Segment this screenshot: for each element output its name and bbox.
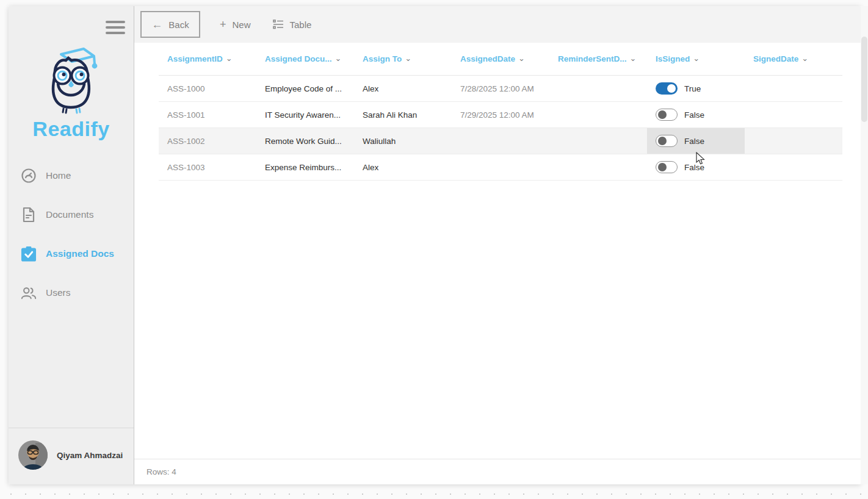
table-body: ASS-1000 Employee Code of ... Alex 7/28/… <box>159 76 842 181</box>
sidebar-item-home[interactable]: Home <box>9 162 134 190</box>
chevron-down-icon[interactable]: ⌄ <box>801 54 808 63</box>
table-row[interactable]: ASS-1000 Employee Code of ... Alex 7/28/… <box>159 76 842 102</box>
cell-assigned-date[interactable] <box>452 154 549 180</box>
chevron-down-icon[interactable]: ⌄ <box>693 54 700 63</box>
user-name: Qiyam Ahmadzai <box>57 451 123 460</box>
sidebar-item-label: Home <box>46 170 71 181</box>
cell-assigned-date[interactable]: 7/28/2025 12:00 AM <box>452 76 549 101</box>
cell-signed-date[interactable] <box>745 102 834 127</box>
owl-logo-icon <box>32 44 111 116</box>
cell-assigned-date[interactable] <box>452 128 549 154</box>
table-button[interactable]: Table <box>270 16 314 34</box>
is-signed-label: True <box>684 84 701 93</box>
clipboard-check-icon <box>21 246 37 262</box>
new-button[interactable]: + New <box>217 15 253 34</box>
toggle-knob <box>667 84 676 93</box>
cell-reminder-sent-date[interactable] <box>549 154 647 180</box>
sidebar-nav: Home Documents <box>9 162 134 318</box>
sidebar-item-assigned-docs[interactable]: Assigned Docs <box>9 240 134 268</box>
cell-is-signed[interactable]: True <box>647 76 745 101</box>
cell-assigned-document[interactable]: IT Security Awaren... <box>256 102 354 127</box>
table-button-label: Table <box>290 20 312 30</box>
app-logo: Readify <box>9 44 134 141</box>
is-signed-label: False <box>684 137 704 146</box>
sidebar: Readify Home <box>9 6 134 484</box>
new-button-label: New <box>233 20 251 30</box>
chevron-down-icon[interactable]: ⌄ <box>226 54 233 63</box>
user-profile[interactable]: Qiyam Ahmadzai <box>9 428 134 484</box>
gauge-icon <box>21 168 37 184</box>
is-signed-toggle[interactable] <box>656 135 678 147</box>
cell-assignment-id[interactable]: ASS-1001 <box>159 102 256 127</box>
is-signed-label: False <box>684 163 704 172</box>
cell-assign-to[interactable]: Alex <box>354 76 452 101</box>
back-button[interactable]: ← Back <box>140 11 200 38</box>
chevron-down-icon[interactable]: ⌄ <box>405 54 411 63</box>
sidebar-item-label: Users <box>46 287 70 298</box>
list-icon <box>273 20 284 29</box>
cell-reminder-sent-date[interactable] <box>549 102 647 127</box>
column-header-assigneddate[interactable]: AssignedDate⌄ <box>452 54 549 63</box>
cell-assigned-document[interactable]: Employee Code of ... <box>256 76 354 101</box>
sidebar-item-label: Assigned Docs <box>46 248 114 259</box>
app-window: Readify Home <box>9 6 861 484</box>
is-signed-toggle[interactable] <box>656 82 678 95</box>
scrollbar-thumb[interactable] <box>861 37 867 122</box>
is-signed-toggle[interactable] <box>656 161 678 173</box>
document-icon <box>21 207 37 223</box>
table-row[interactable]: ASS-1001 IT Security Awaren... Sarah Ali… <box>159 102 842 128</box>
sidebar-item-label: Documents <box>46 209 93 220</box>
users-icon <box>21 285 37 301</box>
cell-is-signed[interactable]: False <box>647 154 745 180</box>
chevron-down-icon[interactable]: ⌄ <box>630 54 637 63</box>
hamburger-menu-icon[interactable] <box>106 20 125 35</box>
is-signed-toggle[interactable] <box>656 109 678 121</box>
cell-assigned-date[interactable]: 7/29/2025 12:00 AM <box>452 102 549 127</box>
table-row[interactable]: ASS-1003 Expense Reimburs... Alex False <box>159 154 842 181</box>
arrow-left-icon: ← <box>151 19 162 30</box>
table-header-row: AssignmentID⌄ Assigned Docu...⌄ Assign T… <box>159 43 842 76</box>
data-table: AssignmentID⌄ Assigned Docu...⌄ Assign T… <box>134 43 861 459</box>
cell-assign-to[interactable]: Sarah Ali Khan <box>354 102 452 127</box>
cell-signed-date[interactable] <box>745 154 834 180</box>
cell-signed-date[interactable] <box>745 76 834 101</box>
cell-is-signed[interactable]: False <box>647 128 745 154</box>
plus-icon: + <box>220 19 226 30</box>
cell-assignment-id[interactable]: ASS-1000 <box>159 76 256 101</box>
table-footer: Rows: 4 <box>134 459 861 484</box>
cell-assigned-document[interactable]: Remote Work Guid... <box>256 128 354 154</box>
sidebar-item-documents[interactable]: Documents <box>9 201 134 229</box>
column-header-assigned-document[interactable]: Assigned Docu...⌄ <box>256 54 354 63</box>
column-header-signeddate[interactable]: SignedDate⌄ <box>745 54 834 63</box>
avatar <box>18 440 48 470</box>
is-signed-label: False <box>684 110 704 120</box>
column-header-assign-to[interactable]: Assign To⌄ <box>354 54 452 63</box>
cell-reminder-sent-date[interactable] <box>549 128 647 154</box>
toggle-knob <box>658 163 667 171</box>
cell-assign-to[interactable]: Waliullah <box>354 128 452 154</box>
back-button-label: Back <box>168 20 189 30</box>
sidebar-item-users[interactable]: Users <box>9 279 134 307</box>
rows-count: Rows: 4 <box>146 467 176 476</box>
main-content: ← Back + New Table <box>134 6 861 484</box>
vertical-scrollbar[interactable] <box>861 6 868 484</box>
toggle-knob <box>658 110 667 119</box>
cell-assignment-id[interactable]: ASS-1003 <box>159 154 256 180</box>
cell-reminder-sent-date[interactable] <box>549 76 647 101</box>
column-header-assignmentid[interactable]: AssignmentID⌄ <box>159 54 256 63</box>
cell-assigned-document[interactable]: Expense Reimburs... <box>256 154 354 180</box>
chevron-down-icon[interactable]: ⌄ <box>335 54 342 63</box>
toggle-knob <box>658 137 667 145</box>
column-header-remindersentdate[interactable]: ReminderSentD...⌄ <box>549 54 647 63</box>
cell-signed-date[interactable] <box>745 128 834 154</box>
toolbar: ← Back + New Table <box>134 6 861 43</box>
logo-text: Readify <box>9 117 134 141</box>
cell-assign-to[interactable]: Alex <box>354 154 452 180</box>
cell-assignment-id[interactable]: ASS-1002 <box>159 128 256 154</box>
chevron-down-icon[interactable]: ⌄ <box>518 54 525 63</box>
cell-is-signed[interactable]: False <box>647 102 745 127</box>
column-header-issigned[interactable]: IsSigned⌄ <box>647 54 745 63</box>
table-row[interactable]: ASS-1002 Remote Work Guid... Waliullah F… <box>159 128 842 154</box>
